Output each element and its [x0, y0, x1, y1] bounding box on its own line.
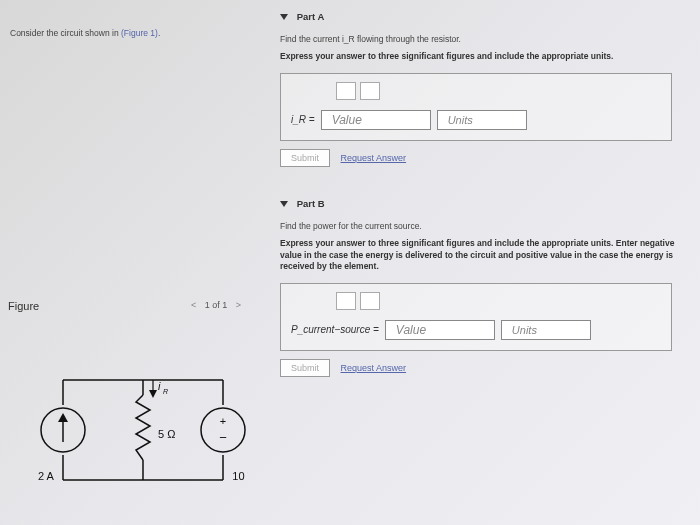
svg-text:−: − — [219, 430, 227, 445]
part-a-prompt: Find the current i_R flowing through the… — [280, 34, 690, 45]
svg-marker-10 — [58, 413, 68, 422]
var-label-a: i_R = — [291, 114, 315, 125]
request-answer-b[interactable]: Request Answer — [341, 363, 407, 373]
formatting-toolbar — [291, 292, 661, 310]
request-answer-a[interactable]: Request Answer — [341, 153, 407, 163]
part-a-answer-box: i_R = Value Units — [280, 73, 672, 141]
units-input-a[interactable]: Units — [437, 110, 527, 130]
part-a-header[interactable]: Part A — [280, 5, 690, 28]
value-input-a[interactable]: Value — [321, 110, 431, 130]
figure-counter: 1 of 1 — [205, 300, 228, 310]
chevron-down-icon — [280, 14, 288, 20]
svg-text:+: + — [220, 415, 226, 427]
formatting-toolbar — [291, 82, 661, 100]
consider-text: Consider the circuit shown in (Figure 1)… — [10, 28, 160, 38]
submit-button-a[interactable]: Submit — [280, 149, 330, 167]
current-source-value: 2 A — [38, 470, 55, 482]
value-input-b[interactable]: Value — [385, 320, 495, 340]
part-b-prompt: Find the power for the current source. — [280, 221, 690, 232]
svg-marker-15 — [149, 390, 157, 398]
var-label-b: P_current−source = — [291, 324, 379, 335]
chevron-down-icon — [280, 201, 288, 207]
submit-button-b[interactable]: Submit — [280, 359, 330, 377]
voltage-source-value: 10 V — [232, 470, 248, 482]
svg-text:R: R — [163, 388, 168, 395]
toolbar-btn[interactable] — [360, 82, 380, 100]
part-b-answer-box: P_current−source = Value Units — [280, 283, 672, 351]
figure-link[interactable]: (Figure 1) — [121, 28, 158, 38]
toolbar-btn[interactable] — [360, 292, 380, 310]
toolbar-btn[interactable] — [336, 292, 356, 310]
units-input-b[interactable]: Units — [501, 320, 591, 340]
part-b-bold: Express your answer to three significant… — [280, 238, 690, 272]
part-a-bold: Express your answer to three significant… — [280, 51, 690, 62]
svg-text:i: i — [158, 380, 161, 392]
figure-nav: < 1 of 1 > — [185, 300, 247, 310]
resistor-value: 5 Ω — [158, 428, 175, 440]
next-icon[interactable]: > — [230, 300, 247, 310]
part-b-header[interactable]: Part B — [280, 192, 690, 215]
circuit-diagram: + − i R 5 Ω 2 A 10 V — [38, 350, 248, 510]
prev-icon[interactable]: < — [185, 300, 202, 310]
toolbar-btn[interactable] — [336, 82, 356, 100]
figure-label: Figure — [8, 300, 39, 312]
